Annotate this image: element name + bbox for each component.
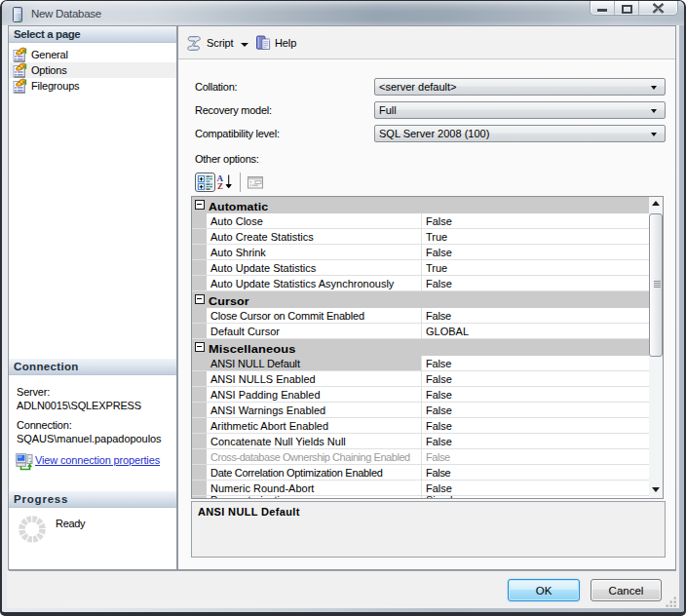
svg-text:Z: Z — [217, 181, 223, 191]
